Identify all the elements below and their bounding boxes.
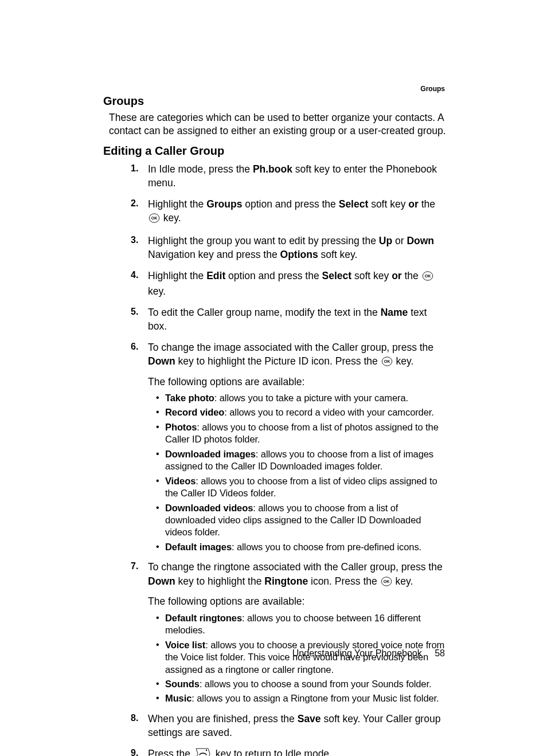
- options-label: Options: [280, 249, 318, 260]
- page: Groups Groups These are categories which…: [0, 0, 547, 756]
- or-label: or: [408, 198, 419, 210]
- step-number: 8.: [131, 712, 138, 724]
- step-text: Navigation key and press the: [148, 249, 280, 260]
- step-text: or: [392, 235, 407, 246]
- option-label: Downloaded videos: [165, 503, 253, 513]
- option-desc: : allows you to assign a Ringtone from y…: [192, 693, 439, 703]
- option-label: Photos: [165, 422, 197, 432]
- step-text: To edit the Caller group name, modify th…: [148, 307, 381, 318]
- option-desc: : allows you to choose a sound from your…: [200, 679, 432, 689]
- option-label: Voice list: [165, 640, 205, 650]
- step-text: key to highlight the: [175, 575, 265, 587]
- ok-key-icon: OK: [381, 356, 393, 370]
- svg-text:OK: OK: [383, 579, 389, 583]
- option-photos: Photos: allows you to choose from a list…: [156, 421, 447, 446]
- option-label: Default images: [165, 542, 232, 552]
- step-text: To change the ringtone associated with t…: [148, 561, 443, 573]
- step-text: soft key: [351, 270, 392, 281]
- step-text: key.: [161, 212, 181, 224]
- step-text: Press the: [148, 748, 193, 756]
- steps-list: 1. In Idle mode, press the Ph.book soft …: [103, 162, 447, 757]
- step-text: the: [402, 270, 421, 281]
- option-videos: Videos: allows you to choose from a list…: [156, 475, 447, 500]
- step-text: soft key: [368, 198, 408, 210]
- or-label: or: [392, 270, 402, 281]
- step-number: 3.: [131, 234, 138, 246]
- step-number: 9.: [131, 747, 138, 756]
- step-text: Highlight the: [148, 198, 206, 210]
- step-text: key.: [393, 575, 413, 587]
- step-text: To change the image associated with the …: [148, 342, 433, 353]
- step-text: icon. Press the: [308, 575, 380, 587]
- select-label: Select: [322, 270, 352, 281]
- up-label: Up: [379, 235, 392, 246]
- option-record-video: Record video: allows you to record a vid…: [156, 406, 447, 418]
- step-number: 4.: [131, 269, 138, 281]
- option-downloaded-images: Downloaded images: allows you to choose …: [156, 448, 447, 473]
- down-label: Down: [407, 235, 434, 246]
- step-text: key.: [148, 285, 166, 297]
- save-label: Save: [298, 713, 321, 724]
- step-4: 4. Highlight the Edit option and press t…: [131, 269, 447, 299]
- step-8: 8. When you are finished, press the Save…: [131, 712, 447, 740]
- option-music: Music: allows you to assign a Ringtone f…: [156, 692, 447, 704]
- svg-point-8: [206, 750, 207, 751]
- svg-text:OK: OK: [384, 359, 390, 363]
- step-number: 2.: [131, 197, 138, 210]
- option-sounds: Sounds: allows you to choose a sound fro…: [156, 678, 447, 690]
- chapter-title: Understanding Your Phonebook: [292, 648, 422, 658]
- running-header: Groups: [420, 85, 445, 93]
- step-number: 6.: [131, 340, 138, 353]
- step-6: 6. To change the image associated with t…: [131, 340, 447, 554]
- step-text: the: [419, 198, 435, 210]
- down-label: Down: [148, 575, 175, 587]
- option-desc: : allows you to record a video with your…: [224, 407, 433, 417]
- option-desc: : allows you to choose from pre-defined …: [232, 542, 421, 552]
- step-5: 5. To edit the Caller group name, modify…: [131, 305, 447, 334]
- step-text: soft key.: [318, 249, 358, 260]
- step-7: 7. To change the ringtone associated wit…: [131, 560, 447, 705]
- page-number: 58: [435, 648, 445, 658]
- step-text: Highlight the: [148, 270, 206, 281]
- option-take-photo: Take photo: allows you to take a picture…: [156, 392, 447, 404]
- step-3: 3. Highlight the group you want to edit …: [131, 234, 447, 262]
- option-label: Music: [165, 693, 192, 703]
- ringtone-label: Ringtone: [264, 575, 308, 587]
- options-intro: The following options are available:: [148, 594, 447, 609]
- option-label: Downloaded images: [165, 449, 256, 459]
- step-text: option and press the: [225, 270, 322, 281]
- groups-intro-paragraph: These are categories which can be used t…: [109, 111, 447, 138]
- edit-label: Edit: [206, 270, 225, 281]
- step-text: When you are finished, press the: [148, 713, 298, 724]
- step-text: In Idle mode, press the: [148, 163, 253, 175]
- step-9: 9. Press the key to return to Idle mode.: [131, 747, 447, 756]
- option-label: Take photo: [165, 393, 214, 403]
- option-label: Videos: [165, 476, 196, 486]
- option-downloaded-videos: Downloaded videos: allows you to choose …: [156, 502, 447, 539]
- step-number: 7.: [131, 560, 138, 573]
- option-label: Sounds: [165, 679, 200, 689]
- end-key-icon: [194, 747, 212, 756]
- options-intro: The following options are available:: [148, 375, 447, 389]
- step-text: key.: [393, 355, 414, 367]
- svg-text:OK: OK: [424, 274, 431, 278]
- heading-editing-caller-group: Editing a Caller Group: [103, 144, 447, 158]
- page-footer: Understanding Your Phonebook 58: [292, 648, 445, 659]
- option-desc: : allows you to choose from a list of ph…: [165, 422, 439, 444]
- down-label: Down: [148, 355, 175, 367]
- step-text: key to return to Idle mode.: [213, 748, 332, 756]
- step-1: 1. In Idle mode, press the Ph.book soft …: [131, 162, 447, 190]
- picture-id-options: Take photo: allows you to take a picture…: [148, 392, 447, 553]
- step-2: 2. Highlight the Groups option and press…: [131, 197, 447, 227]
- option-label: Record video: [165, 407, 224, 417]
- step-number: 1.: [131, 162, 138, 175]
- step-text: Highlight the group you want to edit by …: [148, 235, 379, 246]
- svg-text:OK: OK: [151, 216, 158, 220]
- option-default-images: Default images: allows you to choose fro…: [156, 541, 447, 553]
- ok-key-icon: OK: [381, 576, 392, 590]
- ok-key-icon: OK: [422, 271, 433, 285]
- step-text: key to highlight the Picture ID icon. Pr…: [175, 355, 381, 367]
- step-text: option and press the: [242, 198, 338, 210]
- name-label: Name: [381, 307, 408, 318]
- select-label: Select: [339, 198, 369, 210]
